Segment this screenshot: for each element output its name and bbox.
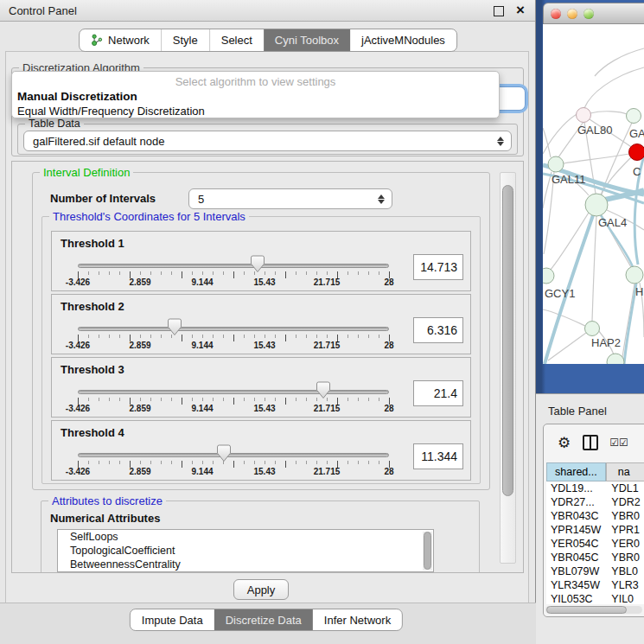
threshold-3-value-field[interactable]: 21.4: [413, 380, 463, 406]
table-cell[interactable]: YER054C: [546, 537, 606, 551]
attributes-list-scrollbar[interactable]: [423, 532, 432, 571]
threshold-2-slider-thumb[interactable]: [167, 318, 182, 336]
column-header-2[interactable]: na: [606, 462, 644, 481]
bottom-tab-impute-data[interactable]: Impute Data: [131, 609, 214, 630]
split-columns-icon[interactable]: [583, 435, 598, 450]
apply-button[interactable]: Apply: [233, 579, 289, 600]
table-cell[interactable]: YPR145W: [546, 523, 606, 537]
table-cell[interactable]: YDR2: [606, 495, 644, 509]
table-row[interactable]: YDL19...YDL1: [546, 481, 644, 495]
threshold-3-slider-track[interactable]: [78, 390, 389, 394]
bottom-tab-discretize-data[interactable]: Discretize Data: [214, 609, 313, 630]
table-cell[interactable]: YLR3: [606, 578, 644, 592]
table-horizontal-scrollbar[interactable]: [545, 606, 642, 614]
interval-definition-group: Interval Definition Number of Intervals …: [32, 172, 490, 490]
bottom-tab-infer-network[interactable]: Infer Network: [313, 609, 402, 630]
popup-option-manual-discretization[interactable]: Manual Discretization: [17, 90, 137, 103]
node-attribute-table: shared...na YDL19...YDL1YDR27...YDR2YBR0…: [546, 462, 644, 604]
threshold-4-label: Threshold 4: [61, 426, 124, 439]
table-cell[interactable]: YBR045C: [546, 551, 606, 564]
network-node-gal11[interactable]: [548, 156, 564, 172]
network-edge[interactable]: [543, 309, 585, 326]
network-edge[interactable]: [590, 112, 627, 114]
tab-cyni-toolbox[interactable]: Cyni Toolbox: [264, 29, 350, 51]
table-cell[interactable]: YLR345W: [546, 578, 606, 592]
threshold-4-slider-track[interactable]: [78, 453, 389, 457]
network-edge[interactable]: [584, 67, 644, 108]
table-cell[interactable]: YIL0: [606, 592, 644, 604]
network-edge[interactable]: [595, 48, 644, 76]
table-data-group: Table Data galFiltered.sif default node: [17, 124, 518, 155]
settings-vertical-scrollbar[interactable]: [500, 172, 516, 564]
network-node-c[interactable]: [629, 144, 644, 161]
table-cell[interactable]: YBL079W: [546, 564, 606, 578]
tab-select[interactable]: Select: [209, 29, 264, 51]
checkbox-columns-icon[interactable]: ☑☑: [609, 437, 628, 449]
threshold-2-slider-track[interactable]: [78, 327, 389, 331]
table-row[interactable]: YDR27...YDR2: [546, 495, 644, 509]
number-of-intervals-combo[interactable]: 5: [188, 188, 392, 209]
attribute-item-selfloops[interactable]: SelfLoops: [58, 530, 433, 544]
attribute-item-betweennesscentrality[interactable]: BetweennessCentrality: [58, 558, 433, 571]
table-row[interactable]: YLR345WYLR3: [546, 578, 644, 592]
minimize-traffic-light-icon[interactable]: [567, 9, 577, 19]
threshold-4-value-field[interactable]: 11.344: [413, 443, 463, 469]
network-node-h[interactable]: [626, 266, 643, 284]
table-cell[interactable]: YBL0: [606, 564, 644, 578]
combo-spinner-icon: [494, 137, 507, 146]
threshold-3-slider-thumb[interactable]: [316, 381, 331, 399]
popup-option-equal-width-frequency[interactable]: Equal Width/Frequency Discretization: [17, 105, 205, 118]
settings-scrollbar-thumb[interactable]: [502, 185, 513, 496]
network-node-hap2[interactable]: [585, 322, 600, 336]
table-cell[interactable]: YBR0: [606, 551, 644, 564]
table-row[interactable]: YBR045CYBR0: [546, 551, 644, 564]
zoom-traffic-light-icon[interactable]: [583, 9, 594, 19]
table-row[interactable]: YPR145WYPR1: [546, 523, 644, 537]
table-cell[interactable]: YDL1: [606, 481, 644, 495]
attributes-group: Attributes to discretize Numerical Attri…: [41, 501, 480, 573]
network-node-ga[interactable]: [627, 109, 641, 124]
network-node-gcy1[interactable]: [543, 268, 554, 284]
table-row[interactable]: YER054CYER0: [546, 537, 644, 551]
close-icon[interactable]: ×: [516, 1, 525, 20]
tab-style[interactable]: Style: [161, 29, 209, 51]
table-hscrollbar-thumb[interactable]: [546, 606, 627, 614]
bottom-tab-label: Impute Data: [142, 614, 203, 627]
network-node-gal80[interactable]: [577, 108, 591, 123]
table-row[interactable]: YBL079WYBL0: [546, 564, 644, 578]
table-cell[interactable]: YPR1: [606, 523, 644, 537]
table-cell[interactable]: YDL19...: [546, 481, 606, 495]
table-cell[interactable]: YER0: [606, 537, 644, 551]
network-edge[interactable]: [592, 216, 596, 321]
threshold-1-value-field[interactable]: 14.713: [413, 254, 463, 280]
threshold-4-slider-thumb[interactable]: [216, 444, 232, 462]
network-canvas[interactable]: GAL80GACGAL11GAL4GCY1HHAP2: [543, 24, 644, 364]
column-header-1[interactable]: shared...: [546, 462, 606, 481]
tab-network[interactable]: Network: [80, 29, 161, 51]
table-cell[interactable]: YBR043C: [546, 509, 606, 523]
thresholds-group: Threshold's Coordinates for 5 Intervals …: [41, 216, 481, 484]
tab-jactivemnodules[interactable]: jActiveMNodules: [350, 29, 456, 51]
table-data-combo[interactable]: galFiltered.sif default node: [23, 131, 512, 151]
table-cell[interactable]: YDR27...: [546, 495, 606, 509]
network-edge-highlighted[interactable]: [624, 284, 636, 364]
table-cell[interactable]: YBR0: [606, 509, 644, 523]
network-edge[interactable]: [622, 284, 634, 357]
network-edge[interactable]: [543, 172, 552, 208]
threshold-2-value-field[interactable]: 6.316: [413, 317, 463, 343]
table-row[interactable]: YIL053CYIL0: [546, 592, 644, 604]
network-edge[interactable]: [564, 154, 629, 163]
table-row[interactable]: YBR043CYBR0: [546, 509, 644, 523]
threshold-1-slider-thumb[interactable]: [250, 255, 265, 273]
network-node-partial[interactable]: [607, 354, 624, 364]
attribute-item-topologicalcoefficient[interactable]: TopologicalCoefficient: [58, 544, 433, 558]
numerical-attributes-list: SelfLoopsTopologicalCoefficientBetweenne…: [57, 529, 434, 572]
algorithm-dropdown-popup: Select algorithm to view settings Manual…: [11, 71, 500, 118]
gear-icon[interactable]: ⚙: [558, 436, 571, 450]
threshold-1-slider-track[interactable]: [78, 264, 389, 268]
tab-label: Style: [173, 34, 198, 47]
close-traffic-light-icon[interactable]: [551, 9, 561, 19]
table-cell[interactable]: YIL053C: [546, 592, 606, 604]
network-node-gal4[interactable]: [585, 194, 608, 216]
float-window-icon[interactable]: [494, 6, 504, 16]
